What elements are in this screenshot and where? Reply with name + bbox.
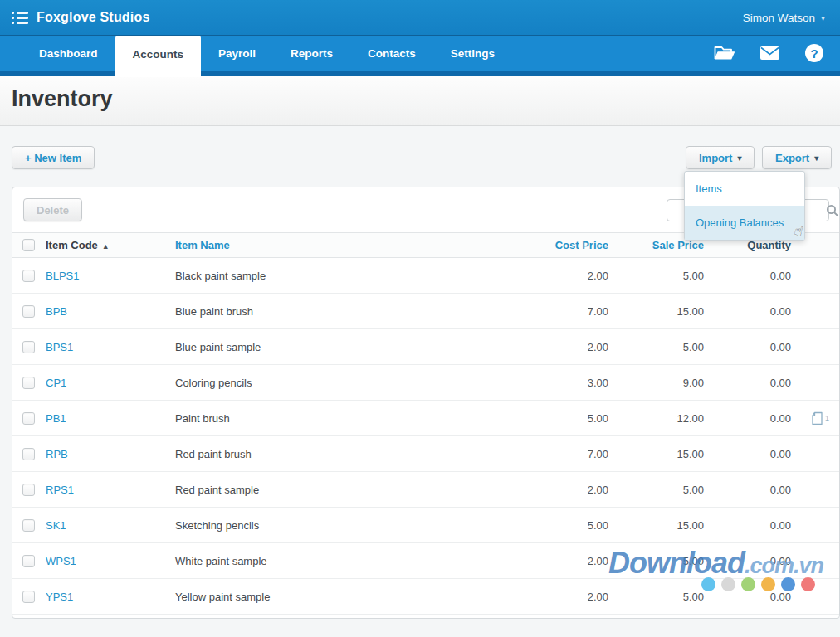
- import-menu-item-items[interactable]: Items: [685, 172, 804, 206]
- top-bar: Foxglove Studios Simon Watson ▾: [0, 0, 840, 35]
- column-header-item-name[interactable]: Item Name: [170, 239, 517, 251]
- item-name: Blue paint sample: [170, 341, 517, 353]
- item-code-link[interactable]: BPB: [46, 305, 67, 318]
- quantity-value: 0.00: [712, 519, 799, 532]
- item-name: Yellow paint sample: [170, 591, 517, 603]
- quantity-value: 0.00: [712, 377, 799, 389]
- row-checkbox[interactable]: [22, 412, 35, 425]
- row-checkbox[interactable]: [22, 341, 35, 353]
- item-code-link[interactable]: RPB: [46, 448, 68, 460]
- item-code-link[interactable]: BPS1: [46, 341, 73, 353]
- item-name: Red paint brush: [170, 448, 517, 460]
- row-checkbox[interactable]: [22, 591, 35, 603]
- help-icon[interactable]: ?: [803, 43, 825, 63]
- quantity-value: 0.00: [712, 448, 799, 460]
- row-checkbox[interactable]: [22, 377, 35, 389]
- nav-tab-settings[interactable]: Settings: [433, 36, 512, 71]
- column-header-quantity[interactable]: Quantity: [712, 239, 799, 251]
- nav-icons: ?: [714, 43, 825, 63]
- table-row: CP1Coloring pencils3.009.000.00: [12, 365, 839, 401]
- sale-price-value: 5.00: [617, 341, 712, 353]
- quantity-value: 0.00: [712, 270, 799, 282]
- new-item-button[interactable]: + New Item: [12, 146, 95, 169]
- mail-icon[interactable]: [759, 43, 780, 63]
- page-title: Inventory: [12, 86, 113, 112]
- nav-tab-payroll[interactable]: Payroll: [201, 36, 273, 71]
- item-code-header-label: Item Code: [46, 239, 98, 251]
- cost-price-value: 2.00: [517, 341, 617, 353]
- item-name: Paint brush: [170, 412, 517, 425]
- delete-button[interactable]: Delete: [23, 198, 82, 221]
- main-nav: DashboardAccountsPayrollReportsContactsS…: [0, 35, 840, 76]
- cost-price-value: 2.00: [517, 484, 617, 496]
- delete-label: Delete: [37, 204, 69, 216]
- nav-tab-dashboard[interactable]: Dashboard: [22, 36, 115, 71]
- quantity-value: 0.00: [712, 341, 799, 353]
- row-checkbox[interactable]: [22, 484, 35, 496]
- row-checkbox[interactable]: [22, 448, 35, 460]
- page-header: Inventory: [0, 76, 840, 126]
- table-row: SK1Sketching pencils5.0015.000.00: [12, 508, 839, 543]
- nav-tab-accounts[interactable]: Accounts: [115, 36, 202, 77]
- item-name: Sketching pencils: [170, 519, 517, 532]
- quantity-value: 0.00: [712, 412, 799, 425]
- import-menu-item-opening-balances[interactable]: Opening Balances☝: [685, 206, 804, 240]
- item-code-link[interactable]: YPS1: [46, 591, 73, 603]
- item-code-link[interactable]: SK1: [46, 519, 66, 532]
- row-checkbox[interactable]: [22, 519, 35, 532]
- item-name: Black paint sample: [170, 270, 517, 282]
- nav-tabs: DashboardAccountsPayrollReportsContactsS…: [22, 36, 512, 77]
- import-button[interactable]: Import ▾: [686, 146, 755, 169]
- import-dropdown-menu: ItemsOpening Balances☝: [684, 171, 805, 241]
- item-code-link[interactable]: WPS1: [46, 555, 76, 567]
- table-row: WPS1White paint sample2.005.000.00: [12, 543, 839, 579]
- sale-price-value: 5.00: [617, 270, 712, 282]
- search-icon[interactable]: [826, 204, 839, 217]
- item-code-link[interactable]: PB1: [46, 412, 66, 425]
- quantity-value: 0.00: [712, 555, 799, 567]
- cost-price-value: 2.00: [517, 270, 617, 282]
- item-name: Coloring pencils: [170, 377, 517, 389]
- app-logo-icon[interactable]: [12, 12, 28, 24]
- nav-tab-reports[interactable]: Reports: [273, 36, 350, 71]
- export-button[interactable]: Export ▾: [762, 146, 832, 169]
- column-header-sale-price[interactable]: Sale Price: [617, 239, 712, 251]
- table-row: BPS1Blue paint sample2.005.000.00: [12, 329, 839, 365]
- sale-price-value: 5.00: [617, 484, 712, 496]
- row-checkbox[interactable]: [22, 555, 35, 567]
- user-name: Simon Watson: [743, 12, 815, 24]
- cost-price-value: 5.00: [517, 519, 617, 532]
- chevron-down-icon: ▾: [814, 153, 818, 163]
- table-row: RPS1Red paint sample2.005.000.00: [12, 472, 839, 508]
- user-menu[interactable]: Simon Watson ▾: [743, 0, 825, 35]
- item-code-link[interactable]: CP1: [46, 377, 66, 389]
- nav-tab-contacts[interactable]: Contacts: [350, 36, 433, 71]
- cost-price-value: 3.00: [517, 377, 617, 389]
- quantity-value: 0.00: [712, 305, 799, 318]
- new-item-label: + New Item: [25, 152, 81, 164]
- sale-price-value: 15.00: [617, 519, 712, 532]
- sale-price-value: 5.00: [617, 591, 712, 603]
- item-name: Blue paint brush: [170, 305, 517, 318]
- cost-price-value: 2.00: [517, 555, 617, 567]
- row-checkbox[interactable]: [22, 305, 35, 318]
- column-header-item-code[interactable]: Item Code▲: [46, 239, 170, 251]
- column-header-cost-price[interactable]: Cost Price: [517, 239, 617, 251]
- table-row: BLPS1Black paint sample2.005.000.00: [12, 258, 839, 294]
- sale-price-value: 9.00: [617, 377, 712, 389]
- note-cell: 1: [799, 411, 839, 425]
- select-all-checkbox[interactable]: [22, 239, 35, 251]
- row-checkbox[interactable]: [22, 270, 35, 282]
- item-name: White paint sample: [170, 555, 517, 567]
- cost-price-value: 7.00: [517, 305, 617, 318]
- item-code-link[interactable]: BLPS1: [46, 270, 79, 282]
- folder-icon[interactable]: [714, 43, 735, 63]
- table-row: RPBRed paint brush7.0015.000.00: [12, 436, 839, 472]
- import-label: Import: [699, 152, 732, 164]
- note-count: 1: [825, 414, 829, 422]
- cost-price-value: 5.00: [517, 412, 617, 425]
- table-row: PB1Paint brush5.0012.000.001: [12, 401, 839, 436]
- item-code-link[interactable]: RPS1: [46, 484, 74, 496]
- chevron-down-icon: ▾: [821, 13, 825, 22]
- document-icon[interactable]: [811, 411, 823, 425]
